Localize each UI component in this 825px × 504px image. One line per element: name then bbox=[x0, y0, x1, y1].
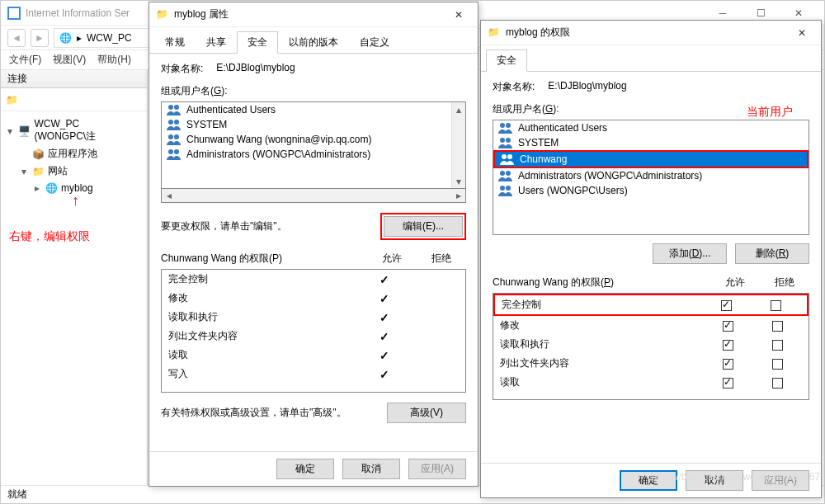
permission-name: 完全控制 bbox=[502, 298, 701, 312]
allow-checkbox[interactable] bbox=[723, 378, 733, 389]
permission-name: 读取 bbox=[500, 375, 703, 389]
scroll-right-icon[interactable]: ▸ bbox=[451, 189, 465, 202]
tree-sites[interactable]: ▾ 📁 网站 bbox=[6, 163, 142, 180]
iis-icon bbox=[7, 7, 21, 20]
ok-button[interactable]: 确定 bbox=[276, 459, 334, 479]
cancel-button[interactable]: 取消 bbox=[342, 459, 400, 479]
nav-back[interactable]: ◄ bbox=[7, 29, 26, 47]
connections-header: 连接 bbox=[1, 70, 147, 88]
group-item-label: Authenticated Users bbox=[518, 122, 607, 134]
group-list[interactable]: Authenticated UsersSYSTEMChunwang Wang (… bbox=[162, 102, 451, 188]
add-button[interactable]: 添加(D)... bbox=[653, 243, 727, 264]
permissions-body: 对象名称: E:\DJBlog\myblog 组或用户名(G): 当前用户 Au… bbox=[481, 72, 821, 463]
permission-row: 列出文件夹内容 bbox=[493, 354, 808, 373]
svg-point-18 bbox=[500, 186, 505, 191]
svg-point-8 bbox=[168, 149, 173, 154]
svg-point-4 bbox=[168, 120, 173, 125]
tab-previous[interactable]: 以前的版本 bbox=[278, 31, 349, 54]
group-item[interactable]: Chunwang bbox=[495, 152, 807, 167]
edit-button[interactable]: 编辑(E)... bbox=[384, 216, 463, 237]
properties-footer: 确定 取消 应用(A) bbox=[149, 451, 478, 486]
group-list-vscroll[interactable]: ▴ ▾ bbox=[451, 102, 465, 188]
remove-button[interactable]: 删除(R) bbox=[735, 243, 809, 264]
group-item-label: Administrators (WONGPC\Administrators) bbox=[518, 170, 702, 181]
deny-checkbox[interactable] bbox=[772, 359, 783, 370]
cancel-button[interactable]: 取消 bbox=[686, 470, 743, 491]
permissions-tabs: 安全 bbox=[481, 49, 821, 72]
permission-row: 写入 ✓ bbox=[162, 365, 465, 384]
group-item-label: Chunwang bbox=[520, 153, 567, 165]
group-item[interactable]: Authenticated Users bbox=[162, 102, 451, 117]
ok-button[interactable]: 确定 bbox=[620, 470, 677, 491]
site-icon: 🌐 bbox=[45, 181, 58, 195]
refresh-icon[interactable]: 📁 bbox=[6, 94, 18, 106]
group-list-hscroll[interactable]: ◂ ▸ bbox=[161, 189, 466, 203]
tree-site-myblog[interactable]: ▸ 🌐 myblog bbox=[6, 180, 142, 196]
sites-icon: 📁 bbox=[31, 165, 45, 178]
apply-button[interactable]: 应用(A) bbox=[752, 470, 809, 491]
tree-apppool[interactable]: 📦 应用程序池 bbox=[6, 145, 142, 163]
group-item[interactable]: Chunwang Wang (wongnina@vip.qq.com) bbox=[162, 132, 451, 147]
allow-checkbox[interactable] bbox=[723, 321, 733, 332]
scroll-up-icon[interactable]: ▴ bbox=[452, 102, 465, 116]
group-item[interactable]: Authenticated Users bbox=[493, 120, 808, 135]
group-item-label: Administrators (WONGPC\Administrators) bbox=[186, 148, 370, 160]
advanced-button[interactable]: 高级(V) bbox=[387, 403, 466, 423]
properties-tabs: 常规 共享 安全 以前的版本 自定义 bbox=[149, 31, 478, 54]
svg-point-16 bbox=[500, 171, 505, 176]
permission-name: 读取 bbox=[168, 348, 360, 362]
group-item-label: Authenticated Users bbox=[186, 104, 276, 115]
apply-button[interactable]: 应用(A) bbox=[408, 459, 466, 479]
menu-file[interactable]: 文件(F) bbox=[9, 53, 41, 67]
group-label: 组或用户名(G): bbox=[161, 84, 466, 98]
annotation-selected-user-box: Chunwang bbox=[493, 150, 808, 168]
group-item[interactable]: SYSTEM bbox=[162, 117, 451, 132]
allow-checkbox[interactable] bbox=[723, 340, 733, 351]
annotation-text: 右键，编辑权限 bbox=[6, 229, 142, 244]
tab-general[interactable]: 常规 bbox=[154, 31, 196, 54]
properties-titlebar: 📁 myblog 属性 ✕ bbox=[149, 2, 478, 27]
permission-row: 读取和执行 ✓ bbox=[162, 308, 465, 327]
tab-share[interactable]: 共享 bbox=[196, 31, 237, 54]
menu-view[interactable]: 视图(V) bbox=[53, 53, 86, 67]
group-label: 组或用户名(G): bbox=[493, 102, 747, 116]
group-item[interactable]: Administrators (WONGPC\Administrators) bbox=[162, 147, 451, 162]
svg-point-2 bbox=[168, 105, 173, 110]
tab-security[interactable]: 安全 bbox=[486, 49, 527, 72]
permission-name: 列出文件夹内容 bbox=[168, 329, 360, 343]
group-item[interactable]: Users (WONGPC\Users) bbox=[493, 183, 808, 198]
scroll-left-icon[interactable]: ◂ bbox=[162, 189, 176, 202]
menu-help[interactable]: 帮助(H) bbox=[97, 53, 131, 67]
iis-title-text: Internet Information Ser bbox=[26, 7, 130, 19]
annotation-edit-box: 编辑(E)... bbox=[380, 213, 466, 240]
tab-security[interactable]: 安全 bbox=[237, 31, 278, 54]
deny-checkbox[interactable] bbox=[772, 340, 783, 351]
scroll-down-icon[interactable]: ▾ bbox=[452, 174, 465, 188]
deny-checkbox[interactable] bbox=[772, 321, 783, 332]
allow-checkbox[interactable] bbox=[723, 359, 733, 370]
nav-fwd[interactable]: ► bbox=[31, 29, 49, 47]
tab-custom[interactable]: 自定义 bbox=[349, 31, 400, 54]
perm-label: Chunwang Wang 的权限(P) bbox=[161, 252, 367, 266]
permission-row: 修改 bbox=[493, 316, 808, 335]
deny-checkbox[interactable] bbox=[772, 378, 783, 389]
permission-row: 修改 ✓ bbox=[162, 289, 465, 308]
annotation-current-user: 当前用户 bbox=[747, 105, 793, 120]
tree-root-label: WCW_PC (WONGPC\注 bbox=[35, 118, 142, 144]
group-list[interactable]: Authenticated UsersSYSTEMChunwangAdminis… bbox=[493, 120, 809, 235]
allow-checkbox[interactable] bbox=[721, 300, 732, 311]
group-item[interactable]: Administrators (WONGPC\Administrators) bbox=[493, 168, 808, 183]
group-item[interactable]: SYSTEM bbox=[493, 135, 808, 150]
deny-checkbox[interactable] bbox=[771, 300, 781, 311]
col-allow: 允许 bbox=[710, 276, 760, 290]
properties-close-button[interactable]: ✕ bbox=[446, 9, 471, 21]
svg-point-9 bbox=[174, 149, 179, 154]
allow-indicator: ✓ bbox=[360, 368, 409, 381]
permission-name: 读取和执行 bbox=[168, 310, 360, 324]
svg-point-5 bbox=[174, 120, 179, 125]
tree-root[interactable]: ▾ 🖥️ WCW_PC (WONGPC\注 bbox=[6, 116, 142, 145]
properties-body: 对象名称: E:\DJBlog\myblog 组或用户名(G): Authent… bbox=[149, 54, 478, 451]
permissions-list: 完全控制 ✓ 修改 ✓ 读取和执行 ✓ 列出文件夹内容 ✓ 读取 ✓ 写入 ✓ bbox=[161, 269, 466, 393]
tree-apppool-label: 应用程序池 bbox=[48, 147, 97, 161]
permissions-close-button[interactable]: ✕ bbox=[790, 27, 814, 39]
